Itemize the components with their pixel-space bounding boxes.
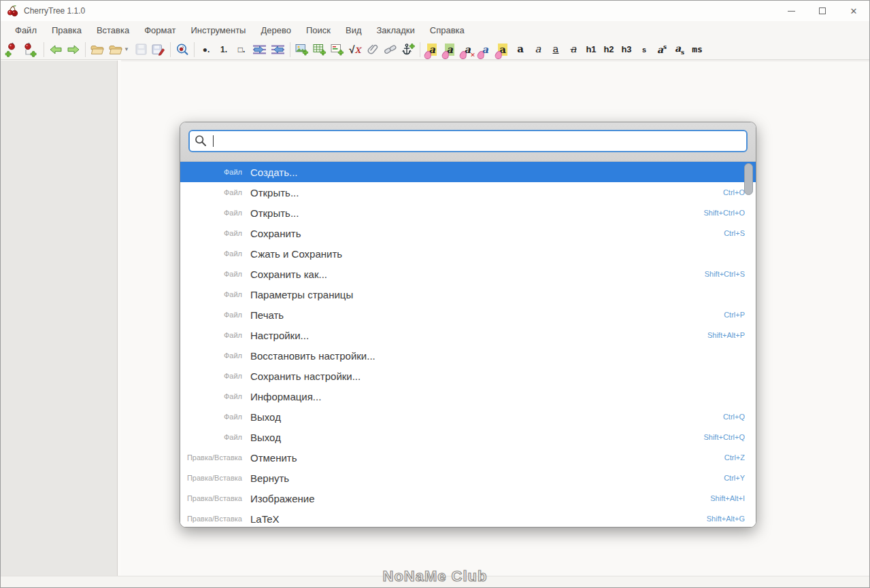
strikethrough-button[interactable]: a	[565, 41, 582, 58]
toolbar: ▼ ●. 1	[1, 39, 869, 60]
command-shortcut: Ctrl+Y	[724, 474, 756, 482]
find-icon	[175, 43, 189, 56]
insert-table-button[interactable]	[311, 41, 329, 58]
command-row[interactable]: Файл Открыть... Shift+Ctrl+O	[180, 203, 756, 223]
command-shortcut: Shift+Ctrl+S	[705, 270, 756, 278]
open-file-button[interactable]	[88, 41, 106, 58]
menu-item[interactable]: Правка	[44, 22, 89, 38]
text-color-button[interactable]: a	[423, 41, 441, 58]
open-recent-button[interactable]: ▼	[106, 41, 132, 58]
command-row[interactable]: Файл Настройки... Shift+Alt+P	[180, 325, 756, 345]
close-button[interactable]: ✕	[838, 1, 869, 21]
color-style-icon: a	[480, 44, 490, 56]
bold-icon: a	[517, 44, 524, 54]
command-row[interactable]: Файл Информация...	[180, 386, 756, 407]
menubar: ФайлПравкаВставкаФорматИнструментыДерево…	[1, 21, 869, 39]
toolbar-separator	[85, 42, 86, 57]
command-row[interactable]: Файл Сохранить настройки...	[180, 366, 756, 386]
menu-item[interactable]: Вставка	[89, 22, 137, 38]
small-button[interactable]: s	[635, 41, 653, 58]
menu-item[interactable]: Файл	[7, 22, 44, 38]
insert-math-button[interactable]: √x	[346, 41, 364, 58]
subscript-button[interactable]: as	[671, 41, 688, 58]
bold-button[interactable]: a	[512, 41, 529, 58]
command-row[interactable]: Файл Открыть... Ctrl+O	[180, 182, 756, 203]
insert-codebox-button[interactable]	[329, 41, 346, 58]
underline-button[interactable]: a	[547, 41, 565, 58]
todo-list-button[interactable]: □.	[233, 41, 250, 58]
command-row[interactable]: Файл Параметры страницы	[180, 284, 756, 305]
subscript-icon: as	[675, 43, 684, 56]
bullet-list-button[interactable]: ●.	[197, 41, 215, 58]
insert-link-button[interactable]	[382, 41, 399, 58]
command-category: Файл	[180, 351, 250, 360]
insert-image-button[interactable]	[293, 41, 311, 58]
command-label: Сохранить как...	[250, 269, 705, 280]
command-label: Информация...	[250, 391, 745, 402]
clear-formatting-button[interactable]: a	[458, 41, 476, 58]
scrollbar-thumb[interactable]	[744, 163, 753, 195]
tree-panel[interactable]	[1, 60, 118, 576]
indent-button[interactable]	[250, 41, 269, 58]
menu-item[interactable]: Закладки	[369, 22, 422, 38]
command-row[interactable]: Правка/Вставка Изображение Shift+Alt+I	[180, 488, 756, 508]
command-shortcut: Shift+Alt+P	[707, 331, 756, 339]
highlight-button[interactable]: a	[494, 41, 512, 58]
numbered-list-button[interactable]: 1.	[215, 41, 233, 58]
minimize-icon	[788, 11, 795, 12]
command-row[interactable]: Файл Восстановить настройки...	[180, 345, 756, 366]
command-category: Файл	[180, 433, 250, 441]
menu-item[interactable]: Справка	[422, 22, 472, 38]
menu-item[interactable]: Вид	[338, 22, 369, 38]
go-back-button[interactable]	[47, 41, 65, 58]
h1-button[interactable]: h1	[582, 41, 600, 58]
menu-item[interactable]: Формат	[137, 22, 183, 38]
menu-item[interactable]: Инструменты	[183, 22, 253, 38]
command-row[interactable]: Файл Сохранить как... Shift+Ctrl+S	[180, 264, 756, 284]
italic-button[interactable]: a	[529, 41, 547, 58]
background-color-button[interactable]: a	[441, 41, 458, 58]
save-as-button[interactable]	[150, 41, 167, 58]
command-row[interactable]: Правка/Вставка Отменить Ctrl+Z	[180, 447, 756, 468]
h2-button[interactable]: h2	[600, 41, 618, 58]
menu-item[interactable]: Дерево	[253, 22, 298, 38]
text-color-icon: a	[427, 44, 437, 56]
command-row[interactable]: Файл Создать...	[180, 162, 756, 182]
new-node-button[interactable]	[3, 41, 20, 58]
go-forward-button[interactable]	[65, 41, 82, 58]
search-box	[188, 130, 748, 152]
monospace-button[interactable]: ms	[688, 41, 706, 58]
new-node-icon	[5, 41, 18, 58]
command-row[interactable]: Правка/Вставка LaTeX Shift+Alt+G	[180, 508, 756, 527]
command-category: Файл	[180, 209, 250, 217]
command-palette-dialog: Файл Создать... Файл Открыть... Ctrl+O Ф…	[180, 122, 756, 528]
minimize-button[interactable]	[775, 1, 807, 21]
menu-item[interactable]: Поиск	[299, 22, 338, 38]
command-row[interactable]: Правка/Вставка Вернуть Ctrl+Y	[180, 468, 756, 488]
command-row[interactable]: Файл Сохранить Ctrl+S	[180, 223, 756, 243]
bullet-list-icon: ●.	[203, 45, 210, 54]
command-label: Выход	[250, 411, 723, 423]
save-button[interactable]	[132, 41, 150, 58]
h3-button[interactable]: h3	[618, 41, 635, 58]
command-label: Сохранить настройки...	[250, 370, 745, 382]
command-category: Правка/Вставка	[180, 515, 250, 523]
insert-anchor-button[interactable]	[399, 41, 417, 58]
command-shortcut: Shift+Alt+G	[707, 515, 756, 523]
unindent-button[interactable]	[269, 41, 287, 58]
command-row[interactable]: Файл Выход Ctrl+Q	[180, 407, 756, 427]
color-style-button[interactable]: a	[476, 41, 494, 58]
superscript-icon: as	[657, 44, 667, 55]
attach-file-button[interactable]	[364, 41, 382, 58]
back-arrow-icon	[50, 45, 62, 54]
new-subnode-button[interactable]	[20, 41, 41, 58]
maximize-button[interactable]	[807, 1, 838, 21]
command-row[interactable]: Файл Печать Ctrl+P	[180, 305, 756, 325]
command-label: Выход	[250, 432, 703, 443]
command-label: Параметры страницы	[250, 289, 745, 300]
search-input[interactable]	[188, 130, 748, 152]
superscript-button[interactable]: as	[653, 41, 671, 58]
command-row[interactable]: Файл Сжать и Сохранить	[180, 243, 756, 264]
find-button[interactable]	[173, 41, 191, 58]
command-row[interactable]: Файл Выход Shift+Ctrl+Q	[180, 427, 756, 447]
